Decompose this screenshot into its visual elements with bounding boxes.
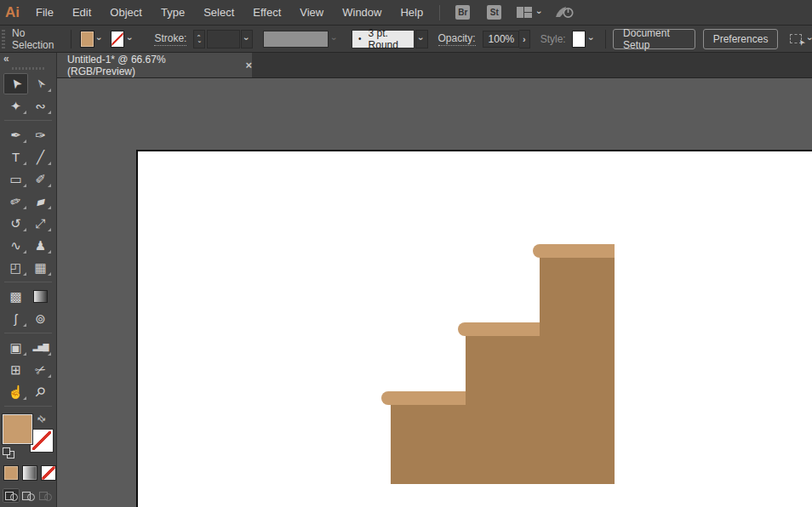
toolbar-separator	[4, 282, 52, 282]
tab-close-icon[interactable]: ×	[245, 60, 252, 71]
stair-base[interactable]	[391, 403, 615, 484]
style-swatch[interactable]	[572, 31, 586, 48]
draw-normal-button[interactable]	[3, 488, 20, 503]
brush-definition-value: 3 pt. Round	[369, 27, 414, 51]
collapse-panel-icon[interactable]: «	[0, 53, 56, 65]
variable-width-profile-dropdown[interactable]	[263, 31, 329, 48]
menu-effect[interactable]: Effect	[243, 0, 290, 25]
puppet-warp-tool[interactable]: ♟	[28, 235, 53, 256]
stroke-weight-value[interactable]	[207, 30, 240, 48]
default-fill-stroke-icon[interactable]	[3, 447, 14, 458]
apply-none-button[interactable]	[41, 465, 56, 481]
select-similar-chevron[interactable]: ›	[806, 37, 812, 41]
menu-object[interactable]: Object	[100, 0, 152, 25]
menu-separator	[439, 5, 440, 20]
magic-wand-tool[interactable]: ✦	[3, 95, 28, 117]
fill-color-indicator[interactable]	[3, 414, 32, 444]
mesh-tool[interactable]: ▩	[3, 286, 28, 307]
stair-middle-riser[interactable]	[466, 335, 540, 404]
brush-definition-dropdown[interactable]: • 3 pt. Round	[352, 30, 414, 48]
toolbar-separator	[4, 406, 52, 407]
selection-tool[interactable]: ➤	[3, 73, 28, 94]
stroke-color-dropdown[interactable]: ›	[124, 31, 135, 48]
fill-color-swatch[interactable]	[80, 31, 94, 48]
gradient-tool[interactable]	[28, 286, 53, 307]
menu-help[interactable]: Help	[391, 0, 432, 25]
zoom-tool[interactable]: ⚲	[28, 381, 53, 402]
bridge-badge-icon[interactable]: Br	[455, 5, 470, 20]
direct-selection-tool[interactable]: ➢	[28, 73, 53, 94]
menu-edit[interactable]: Edit	[63, 0, 100, 25]
fill-color-dropdown[interactable]: ›	[94, 31, 106, 48]
stroke-weight-dropdown[interactable]: ›	[241, 30, 253, 48]
selection-status: No Selection	[12, 27, 59, 51]
artboard-tool[interactable]: ⊞	[3, 359, 28, 380]
menu-bar: Ai FileEditObjectTypeSelectEffectViewWin…	[0, 0, 812, 26]
scale-tool[interactable]: ⤢	[28, 213, 53, 234]
stock-badge-icon[interactable]: St	[487, 5, 501, 20]
rotate-tool[interactable]: ↺	[3, 213, 28, 234]
apply-gradient-button[interactable]	[22, 465, 37, 481]
eyedropper-tool[interactable]: ʃ	[3, 308, 28, 329]
stroke-color-indicator[interactable]	[31, 430, 53, 452]
draw-inside-button	[37, 488, 54, 503]
perspective-grid-tool[interactable]: ▦	[28, 257, 53, 278]
column-graph-tool[interactable]: ▂▅▇	[28, 337, 53, 358]
stair-tread-middle[interactable]	[458, 322, 540, 336]
draw-behind-button[interactable]	[20, 488, 37, 503]
swap-fill-stroke-icon[interactable]: ⇄	[35, 413, 49, 426]
menu-view[interactable]: View	[290, 0, 333, 25]
chevron-down-icon[interactable]: ›	[535, 11, 545, 14]
stair-tread-bottom[interactable]	[381, 391, 466, 405]
brush-definition-chevron[interactable]: ›	[415, 30, 428, 48]
blend-tool[interactable]: ⊚	[28, 308, 53, 329]
opacity-label[interactable]: Opacity:	[438, 32, 476, 46]
opacity-input[interactable]: 100%	[483, 31, 520, 48]
shaper-tool[interactable]: ✏	[3, 191, 28, 212]
hand-tool[interactable]: ☝	[3, 381, 28, 402]
opacity-more-button[interactable]: ›	[519, 30, 529, 48]
gpu-performance-rocket-icon[interactable]	[555, 5, 575, 20]
paintbrush-tool[interactable]: ✐	[28, 168, 53, 190]
app-logo: Ai	[0, 4, 26, 21]
eraser-tool[interactable]: ▰	[28, 191, 53, 212]
artboard[interactable]	[136, 150, 812, 507]
drawing-modes	[3, 488, 56, 503]
workspace-layout-icon[interactable]	[517, 7, 532, 18]
pen-tool[interactable]: ✒	[3, 124, 28, 145]
lasso-tool[interactable]: ∾	[28, 95, 53, 117]
divider	[605, 30, 606, 48]
panel-grip[interactable]	[12, 67, 44, 70]
apply-color-buttons	[3, 465, 56, 481]
menu-window[interactable]: Window	[333, 0, 391, 25]
menu-select[interactable]: Select	[194, 0, 243, 25]
curvature-tool[interactable]: ✑	[28, 124, 53, 145]
style-dropdown[interactable]: ›	[586, 31, 597, 48]
shape-builder-tool[interactable]: ◰	[3, 257, 28, 278]
canvas-pasteboard[interactable]	[56, 78, 812, 507]
stroke-label[interactable]: Stroke:	[154, 32, 186, 46]
stair-top-riser[interactable]	[540, 257, 615, 404]
control-bar-grip[interactable]	[2, 30, 5, 48]
toolbar-separator	[4, 120, 52, 121]
document-tab[interactable]: Untitled-1* @ 66.67% (RGB/Preview) ×	[56, 53, 252, 77]
symbol-sprayer-tool[interactable]: ▣	[3, 337, 28, 358]
stroke-color-swatch[interactable]	[111, 31, 125, 48]
stroke-weight-stepper[interactable]: › ›	[193, 30, 204, 48]
select-similar-options-icon[interactable]: ➤	[790, 34, 802, 43]
document-tab-bar: Untitled-1* @ 66.67% (RGB/Preview) ×	[56, 53, 812, 78]
menu-file[interactable]: File	[26, 0, 63, 25]
tools-grid: ➤➢✦∾✒✑T╱▭✐✏▰↺⤢∿♟◰▦▩ʃ⊚▣▂▅▇⊞✂☝⚲	[0, 73, 56, 409]
type-tool[interactable]: T	[3, 146, 28, 168]
width-tool[interactable]: ∿	[3, 235, 28, 256]
line-segment-tool[interactable]: ╱	[28, 146, 53, 168]
stair-tread-top[interactable]	[533, 244, 615, 258]
preferences-button[interactable]: Preferences	[703, 29, 779, 49]
fill-stroke-control: ⇄	[2, 413, 54, 458]
slice-tool[interactable]: ✂	[28, 359, 53, 380]
rectangle-tool[interactable]: ▭	[3, 168, 28, 190]
divider	[71, 30, 71, 48]
menu-type[interactable]: Type	[152, 0, 194, 25]
apply-color-button[interactable]	[3, 465, 19, 481]
document-setup-button[interactable]: Document Setup	[613, 29, 695, 49]
